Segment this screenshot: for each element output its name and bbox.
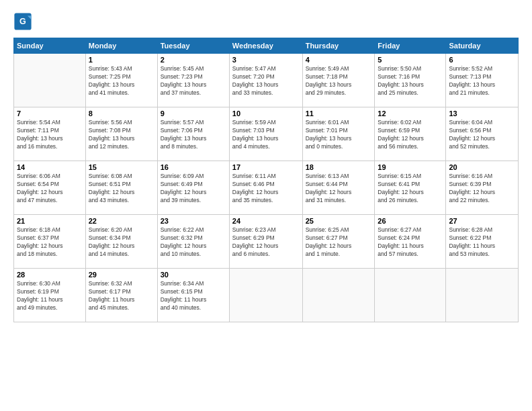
header-wednesday: Wednesday <box>229 38 302 54</box>
calendar-cell: 5Sunrise: 5:50 AMSunset: 7:16 PMDaylight… <box>375 54 446 107</box>
calendar-week-row: 7Sunrise: 5:54 AMSunset: 7:11 PMDaylight… <box>14 107 519 161</box>
day-number: 6 <box>449 56 515 64</box>
calendar-cell: 1Sunrise: 5:43 AMSunset: 7:25 PMDaylight… <box>85 54 157 107</box>
day-number: 4 <box>306 56 372 64</box>
calendar-cell: 10Sunrise: 5:59 AMSunset: 7:03 PMDayligh… <box>229 107 302 161</box>
calendar-cell: 13Sunrise: 6:04 AMSunset: 6:56 PMDayligh… <box>446 107 519 161</box>
day-number: 20 <box>449 163 515 171</box>
day-info: Sunrise: 5:54 AMSunset: 7:11 PMDaylight:… <box>17 119 83 151</box>
day-info: Sunrise: 5:52 AMSunset: 7:13 PMDaylight:… <box>449 65 515 97</box>
day-info: Sunrise: 6:30 AMSunset: 6:19 PMDaylight:… <box>17 280 83 312</box>
calendar-cell: 14Sunrise: 6:06 AMSunset: 6:54 PMDayligh… <box>14 161 86 215</box>
day-number: 9 <box>161 109 226 118</box>
calendar-cell: 12Sunrise: 6:02 AMSunset: 6:59 PMDayligh… <box>375 107 446 161</box>
logo: G <box>13 12 35 31</box>
day-info: Sunrise: 5:47 AMSunset: 7:20 PMDaylight:… <box>232 65 300 97</box>
day-info: Sunrise: 6:08 AMSunset: 6:51 PMDaylight:… <box>89 173 154 205</box>
calendar-cell: 23Sunrise: 6:22 AMSunset: 6:32 PMDayligh… <box>157 215 229 269</box>
day-info: Sunrise: 6:01 AMSunset: 7:01 PMDaylight:… <box>306 119 372 151</box>
calendar-cell: 17Sunrise: 6:11 AMSunset: 6:46 PMDayligh… <box>229 161 302 215</box>
calendar-cell: 6Sunrise: 5:52 AMSunset: 7:13 PMDaylight… <box>446 54 519 107</box>
calendar-cell: 30Sunrise: 6:34 AMSunset: 6:15 PMDayligh… <box>157 269 229 322</box>
day-number: 24 <box>232 217 300 225</box>
calendar-cell: 24Sunrise: 6:23 AMSunset: 6:29 PMDayligh… <box>229 215 302 269</box>
calendar-cell <box>229 269 302 322</box>
day-info: Sunrise: 6:13 AMSunset: 6:44 PMDaylight:… <box>306 173 372 205</box>
calendar-cell: 2Sunrise: 5:45 AMSunset: 7:23 PMDaylight… <box>157 54 229 107</box>
day-number: 12 <box>378 109 443 118</box>
calendar-week-row: 14Sunrise: 6:06 AMSunset: 6:54 PMDayligh… <box>14 161 519 215</box>
svg-text:G: G <box>19 17 26 26</box>
day-number: 10 <box>232 109 300 118</box>
day-number: 27 <box>449 217 515 225</box>
header-sunday: Sunday <box>14 38 86 54</box>
calendar-cell: 20Sunrise: 6:16 AMSunset: 6:39 PMDayligh… <box>446 161 519 215</box>
day-info: Sunrise: 5:56 AMSunset: 7:08 PMDaylight:… <box>89 119 154 151</box>
day-number: 7 <box>17 109 83 118</box>
day-info: Sunrise: 5:57 AMSunset: 7:06 PMDaylight:… <box>161 119 226 151</box>
day-info: Sunrise: 6:16 AMSunset: 6:39 PMDaylight:… <box>449 173 515 205</box>
calendar-week-row: 21Sunrise: 6:18 AMSunset: 6:37 PMDayligh… <box>14 215 519 269</box>
calendar-cell: 4Sunrise: 5:49 AMSunset: 7:18 PMDaylight… <box>302 54 375 107</box>
day-info: Sunrise: 5:59 AMSunset: 7:03 PMDaylight:… <box>232 119 300 151</box>
day-number: 5 <box>378 56 443 64</box>
day-number: 2 <box>161 56 226 64</box>
day-number: 17 <box>232 163 300 171</box>
calendar-cell: 29Sunrise: 6:32 AMSunset: 6:17 PMDayligh… <box>85 269 157 322</box>
day-info: Sunrise: 6:22 AMSunset: 6:32 PMDaylight:… <box>161 226 226 259</box>
day-info: Sunrise: 6:20 AMSunset: 6:34 PMDaylight:… <box>89 226 154 259</box>
header-friday: Friday <box>375 38 446 54</box>
day-number: 14 <box>17 163 83 171</box>
day-info: Sunrise: 6:32 AMSunset: 6:17 PMDaylight:… <box>89 280 154 312</box>
calendar-cell: 27Sunrise: 6:28 AMSunset: 6:22 PMDayligh… <box>446 215 519 269</box>
day-number: 29 <box>89 271 154 279</box>
calendar-cell: 18Sunrise: 6:13 AMSunset: 6:44 PMDayligh… <box>302 161 375 215</box>
day-info: Sunrise: 6:09 AMSunset: 6:49 PMDaylight:… <box>161 173 226 205</box>
header-thursday: Thursday <box>302 38 375 54</box>
day-info: Sunrise: 6:23 AMSunset: 6:29 PMDaylight:… <box>232 226 300 259</box>
day-info: Sunrise: 6:04 AMSunset: 6:56 PMDaylight:… <box>449 119 515 151</box>
header-saturday: Saturday <box>446 38 519 54</box>
day-info: Sunrise: 6:06 AMSunset: 6:54 PMDaylight:… <box>17 173 83 205</box>
day-info: Sunrise: 6:34 AMSunset: 6:15 PMDaylight:… <box>161 280 226 312</box>
calendar-cell <box>375 269 446 322</box>
calendar-week-row: 1Sunrise: 5:43 AMSunset: 7:25 PMDaylight… <box>14 54 519 107</box>
day-info: Sunrise: 5:45 AMSunset: 7:23 PMDaylight:… <box>161 65 226 97</box>
logo-icon: G <box>13 12 32 31</box>
calendar-cell: 3Sunrise: 5:47 AMSunset: 7:20 PMDaylight… <box>229 54 302 107</box>
calendar-cell: 11Sunrise: 6:01 AMSunset: 7:01 PMDayligh… <box>302 107 375 161</box>
day-number: 23 <box>161 217 226 225</box>
calendar-cell <box>302 269 375 322</box>
day-number: 25 <box>306 217 372 225</box>
day-number: 8 <box>89 109 154 118</box>
day-info: Sunrise: 6:02 AMSunset: 6:59 PMDaylight:… <box>378 119 443 151</box>
calendar-cell: 7Sunrise: 5:54 AMSunset: 7:11 PMDaylight… <box>14 107 86 161</box>
day-info: Sunrise: 6:27 AMSunset: 6:24 PMDaylight:… <box>378 226 443 259</box>
calendar-header-row: SundayMondayTuesdayWednesdayThursdayFrid… <box>14 38 519 54</box>
day-number: 28 <box>17 271 83 279</box>
day-number: 11 <box>306 109 372 118</box>
calendar-cell: 22Sunrise: 6:20 AMSunset: 6:34 PMDayligh… <box>85 215 157 269</box>
calendar-week-row: 28Sunrise: 6:30 AMSunset: 6:19 PMDayligh… <box>14 269 519 322</box>
header-monday: Monday <box>85 38 157 54</box>
day-number: 3 <box>232 56 300 64</box>
calendar-cell: 8Sunrise: 5:56 AMSunset: 7:08 PMDaylight… <box>85 107 157 161</box>
day-number: 22 <box>89 217 154 225</box>
day-number: 16 <box>161 163 226 171</box>
calendar-table: SundayMondayTuesdayWednesdayThursdayFrid… <box>13 38 519 322</box>
day-number: 21 <box>17 217 83 225</box>
day-info: Sunrise: 6:15 AMSunset: 6:41 PMDaylight:… <box>378 173 443 205</box>
day-info: Sunrise: 5:43 AMSunset: 7:25 PMDaylight:… <box>89 65 154 97</box>
calendar-cell <box>446 269 519 322</box>
day-info: Sunrise: 6:11 AMSunset: 6:46 PMDaylight:… <box>232 173 300 205</box>
day-number: 1 <box>89 56 154 64</box>
calendar-cell: 21Sunrise: 6:18 AMSunset: 6:37 PMDayligh… <box>14 215 86 269</box>
day-info: Sunrise: 6:25 AMSunset: 6:27 PMDaylight:… <box>306 226 372 259</box>
day-number: 19 <box>378 163 443 171</box>
day-number: 30 <box>161 271 226 279</box>
day-number: 15 <box>89 163 154 171</box>
calendar-cell: 16Sunrise: 6:09 AMSunset: 6:49 PMDayligh… <box>157 161 229 215</box>
day-info: Sunrise: 5:49 AMSunset: 7:18 PMDaylight:… <box>306 65 372 97</box>
calendar-cell: 9Sunrise: 5:57 AMSunset: 7:06 PMDaylight… <box>157 107 229 161</box>
day-number: 13 <box>449 109 515 118</box>
